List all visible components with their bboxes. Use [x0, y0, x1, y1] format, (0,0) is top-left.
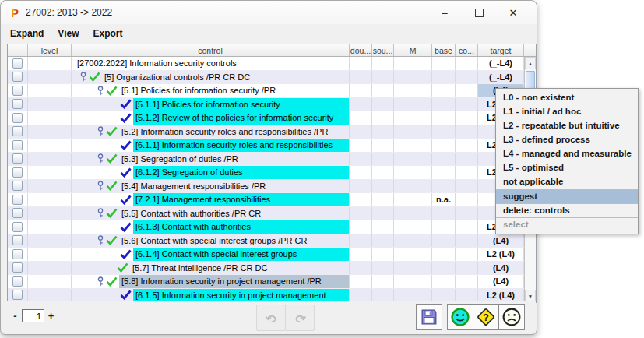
tree-node-label[interactable]: [5.1.1] Policies for information securit… — [133, 98, 349, 111]
table-row[interactable]: [6.1.1] Information security roles and r… — [8, 139, 536, 153]
tree-node-label[interactable]: [5.4] Management responsibilities /PR — [119, 180, 268, 193]
column-header-dou[interactable]: dou... — [350, 44, 372, 56]
row-checkbox[interactable] — [12, 58, 23, 69]
tree-node-label[interactable]: [5.2] Information security roles and res… — [119, 125, 330, 139]
table-row[interactable]: [5.1.2] Review of the policies for infor… — [8, 111, 536, 125]
row-checkbox[interactable] — [12, 195, 23, 205]
row-checkbox[interactable] — [12, 113, 23, 123]
menubar-item-expand[interactable]: Expand — [3, 26, 51, 40]
column-header-control[interactable]: control — [72, 44, 350, 56]
tree-node-label[interactable]: [5.8] Information security in project ma… — [119, 275, 349, 288]
row-checkbox[interactable] — [12, 126, 23, 136]
table-row[interactable]: [7.2.1] Management responsibilitiesn.a. — [8, 193, 536, 207]
tree-node-label[interactable]: [5.6] Contact with special interest grou… — [119, 234, 309, 248]
target-cell[interactable]: (L4) — [478, 234, 524, 248]
undo-button[interactable] — [256, 305, 286, 331]
redo-button[interactable] — [285, 305, 315, 331]
minimize-button[interactable]: – — [428, 2, 462, 24]
tree-node-label[interactable]: [5.3] Segregation of duties /PR — [119, 153, 241, 166]
row-checkbox[interactable] — [12, 208, 23, 218]
sad-rating-button[interactable] — [498, 304, 525, 330]
table-row[interactable]: [5.3] Segregation of duties /PR — [8, 153, 536, 167]
target-cell[interactable]: L2 (L4) — [478, 289, 524, 302]
menu-item-delete-controls[interactable]: delete: controls — [496, 203, 638, 217]
svg-text:?: ? — [483, 312, 489, 323]
menu-item-l4-managed-and-measurable[interactable]: L4 - managed and measurable — [496, 147, 638, 161]
table-row[interactable]: [5.6] Contact with special interest grou… — [8, 234, 536, 248]
row-checkbox[interactable] — [12, 262, 23, 273]
table-row[interactable]: [5.4] Management responsibilities /PR — [8, 180, 536, 194]
target-cell[interactable]: (L4) — [478, 275, 524, 288]
row-checkbox[interactable] — [12, 235, 23, 245]
column-header-sou[interactable]: sou... — [372, 44, 394, 56]
spinner-decrease-button[interactable]: - — [12, 310, 19, 322]
menu-item-l3-defined-process[interactable]: L3 - defined process — [496, 133, 638, 147]
doubt-cell — [350, 71, 372, 84]
tree-node-label[interactable]: [5.7] Threat intelligence /PR CR DC — [130, 262, 269, 275]
green-check-icon — [106, 276, 119, 287]
table-row[interactable]: [5.7] Threat intelligence /PR CR DC(L4) — [8, 262, 536, 276]
row-checkbox[interactable] — [12, 72, 23, 82]
menubar-item-export[interactable]: Export — [86, 26, 129, 40]
table-row[interactable]: [5] Organizational controls /PR CR DC(_-… — [8, 71, 536, 85]
menu-item-l1-initial-ad-hoc[interactable]: L1 - initial / ad hoc — [496, 105, 638, 119]
tree-node-label[interactable]: [5.1] Policies for information security … — [119, 84, 278, 97]
table-row[interactable]: [6.1.3] Contact with authoritiesL2 (L4) — [8, 220, 536, 234]
table-row[interactable]: [5.8] Information security in project ma… — [8, 275, 536, 289]
save-button[interactable] — [416, 304, 442, 330]
tree-node-label[interactable]: [6.1.2] Segregation of duties — [133, 166, 349, 179]
tree-node-label[interactable]: [7.2.1] Management responsibilities — [133, 193, 349, 206]
row-checkbox[interactable] — [12, 153, 23, 164]
table-row[interactable]: [27002:2022] Information security contro… — [8, 57, 536, 71]
menu-item-l0-non-existent[interactable]: L0 - non existent — [496, 91, 638, 105]
menu-item-l5-optimised[interactable]: L5 - optimised — [496, 161, 638, 175]
row-checkbox[interactable] — [12, 99, 23, 109]
tree-node-label[interactable]: [6.1.1] Information security roles and r… — [133, 139, 349, 152]
menubar-item-view[interactable]: View — [51, 26, 86, 40]
row-checkbox[interactable] — [12, 140, 23, 150]
table-row[interactable]: [5.1] Policies for information security … — [8, 84, 536, 98]
target-cell[interactable]: (L4) — [478, 262, 524, 275]
row-checkbox[interactable] — [12, 167, 23, 178]
scroll-up-button[interactable]: ▲ — [525, 57, 536, 69]
maximize-button[interactable] — [462, 2, 496, 24]
table-row[interactable]: [5.1.1] Policies for information securit… — [8, 98, 536, 112]
menu-item-l2-repeatable-but-intuitive[interactable]: L2 - repeatable but intuitive — [496, 119, 638, 133]
table-row[interactable]: [5.2] Information security roles and res… — [8, 125, 536, 139]
tree-node-label[interactable]: [5.1.2] Review of the policies for infor… — [133, 111, 349, 125]
tree-node-label[interactable]: [27002:2022] Information security contro… — [75, 57, 239, 70]
spinner-increase-button[interactable]: + — [48, 310, 55, 322]
column-header-level[interactable]: level — [28, 44, 72, 56]
tree-node-label[interactable]: [6.1.4] Contact with special interest gr… — [133, 248, 349, 261]
tree-node-label[interactable]: [5.5] Contact with authorities /PR CR — [119, 207, 263, 220]
table-row[interactable]: [6.1.4] Contact with special interest gr… — [8, 248, 536, 262]
row-checkbox[interactable] — [12, 222, 23, 232]
tree-node-label[interactable]: [5] Organizational controls /PR CR DC — [102, 71, 252, 84]
happy-rating-button[interactable] — [447, 304, 473, 330]
column-header-checkbox[interactable] — [8, 44, 28, 56]
column-header-co[interactable]: co... — [456, 44, 478, 56]
target-cell[interactable]: (_-L4) — [478, 71, 524, 84]
key-icon — [97, 153, 106, 164]
menu-item-suggest[interactable]: suggest — [496, 189, 638, 203]
help-rating-button[interactable]: ? — [473, 304, 499, 330]
row-checkbox[interactable] — [12, 86, 23, 96]
close-button[interactable]: ✕ — [496, 2, 530, 24]
tree-node-label[interactable]: [6.1.5] Information security in project … — [133, 289, 349, 302]
column-header-base[interactable]: base — [432, 44, 456, 56]
level-spinner: - + — [12, 309, 55, 322]
table-row[interactable]: [6.1.2] Segregation of dutiesL2 (L4) — [8, 166, 536, 180]
row-checkbox[interactable] — [12, 290, 23, 300]
target-cell[interactable]: L2 (L4) — [478, 248, 524, 261]
row-checkbox[interactable] — [12, 276, 23, 287]
spinner-value-input[interactable] — [22, 309, 44, 322]
row-checkbox[interactable] — [12, 181, 23, 191]
column-header-target[interactable]: target — [478, 44, 524, 56]
target-cell[interactable]: (_-L4) — [478, 57, 524, 70]
m-cell — [394, 84, 432, 97]
column-header-m[interactable]: M — [394, 44, 432, 56]
row-checkbox[interactable] — [12, 249, 23, 259]
tree-node-label[interactable]: [6.1.3] Contact with authorities — [133, 220, 349, 234]
table-row[interactable]: [5.5] Contact with authorities /PR CR — [8, 207, 536, 221]
menu-item-not-applicable[interactable]: not applicable — [496, 175, 638, 189]
